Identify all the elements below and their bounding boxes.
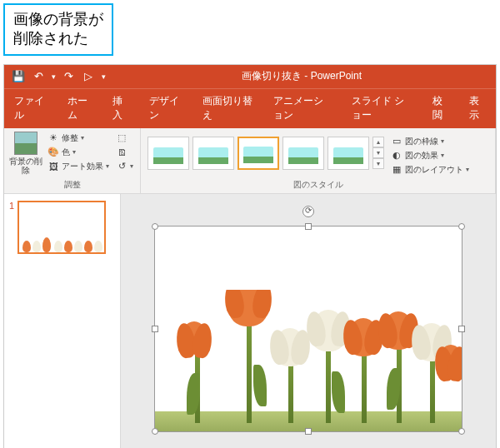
ribbon-group-picture-styles: ▴ ▾ ▾ ▭図の枠線▾ ◐図の効果▾ ▦図のレイアウト▾ 図のスタイル	[141, 128, 496, 193]
picture-effects-button[interactable]: ◐図の効果▾	[389, 149, 471, 162]
ribbon-tabs: ファイル ホーム 挿入 デザイン 画面切り替え アニメーション スライド ショー…	[4, 88, 496, 128]
chevron-down-icon: ▾	[106, 162, 109, 170]
redo-icon[interactable]: ↷	[59, 68, 78, 85]
color-button[interactable]: 🎨色▾	[46, 146, 111, 159]
picture-icon: 🖼	[48, 161, 59, 172]
style-item[interactable]	[148, 137, 189, 170]
resize-handle[interactable]	[152, 326, 158, 332]
thumbnail-image	[19, 227, 104, 252]
picture-border-button[interactable]: ▭図の枠線▾	[389, 135, 471, 148]
border-label: 図の枠線	[405, 136, 438, 147]
effects-icon: ◐	[391, 150, 402, 162]
slide-number: 1	[9, 201, 14, 254]
corrections-label: 修整	[62, 132, 78, 144]
content-area: 1	[4, 194, 496, 448]
resize-handle[interactable]	[305, 223, 312, 230]
effects-label: 図の効果	[405, 150, 438, 162]
tab-slideshow[interactable]: スライド ショー	[342, 89, 422, 128]
color-label: 色	[62, 147, 70, 158]
chevron-down-icon: ▾	[81, 134, 84, 142]
resize-handle[interactable]	[458, 326, 465, 332]
style-item[interactable]	[282, 137, 324, 170]
save-icon[interactable]: 💾	[9, 68, 28, 85]
change-picture-button[interactable]: 🖻	[114, 146, 135, 159]
tab-file[interactable]: ファイル	[4, 89, 58, 128]
quick-access-toolbar: 💾 ↶ ▾ ↷ ▷ ▾	[4, 68, 108, 85]
tab-home[interactable]: ホーム	[58, 89, 102, 128]
remove-background-label: 背景の削除	[9, 157, 42, 175]
annotation-callout: 画像の背景が 削除された	[3, 3, 113, 56]
resize-handle[interactable]	[305, 428, 312, 435]
adjust-group-label: 調整	[9, 177, 135, 193]
gallery-more-icon[interactable]: ▾	[372, 158, 384, 169]
remove-background-icon	[14, 132, 38, 155]
gallery-down-icon[interactable]: ▾	[372, 147, 384, 158]
style-item[interactable]	[238, 137, 279, 170]
annotation-line2: 削除された	[13, 30, 88, 47]
tulip-image	[155, 290, 462, 431]
slide-thumbnail[interactable]	[18, 201, 106, 254]
slide-panel: 1	[4, 194, 121, 448]
chevron-down-icon: ▾	[441, 137, 444, 145]
gallery-up-icon[interactable]: ▴	[372, 137, 384, 147]
image-selection[interactable]	[154, 226, 462, 432]
compress-button[interactable]: ⬚	[114, 132, 135, 145]
slide-thumbnail-wrap: 1	[9, 201, 115, 254]
resize-handle[interactable]	[152, 428, 158, 435]
corrections-button[interactable]: ☀修整▾	[46, 132, 111, 145]
tab-insert[interactable]: 挿入	[102, 89, 139, 128]
tab-review[interactable]: 校閲	[422, 89, 459, 128]
sun-icon: ☀	[48, 132, 59, 144]
style-item[interactable]	[192, 137, 234, 170]
resize-handle[interactable]	[458, 428, 465, 435]
ribbon: 背景の削除 ☀修整▾ 🎨色▾ 🖼アート効果▾ ⬚ 🖻 ↺▾ 調整	[4, 128, 496, 194]
tab-transitions[interactable]: 画面切り替え	[192, 89, 262, 128]
palette-icon: 🎨	[48, 147, 59, 158]
window-title: 画像切り抜き - PowerPoint	[108, 69, 496, 83]
artistic-label: アート効果	[62, 161, 103, 172]
ribbon-group-adjust: 背景の削除 ☀修整▾ 🎨色▾ 🖼アート効果▾ ⬚ 🖻 ↺▾ 調整	[4, 128, 141, 193]
artistic-effects-button[interactable]: 🖼アート効果▾	[46, 160, 111, 173]
gallery-scroll: ▴ ▾ ▾	[372, 137, 384, 169]
styles-group-label: 図のスタイル	[146, 177, 490, 193]
start-slideshow-icon[interactable]: ▷	[79, 68, 98, 85]
compress-icon: ⬚	[116, 132, 128, 144]
titlebar: 💾 ↶ ▾ ↷ ▷ ▾ 画像切り抜き - PowerPoint	[4, 65, 496, 88]
rotate-handle[interactable]	[302, 206, 314, 217]
layout-label: 図のレイアウト	[405, 164, 463, 176]
chevron-down-icon: ▾	[466, 166, 469, 173]
chevron-down-icon: ▾	[441, 152, 444, 159]
annotation-line1: 画像の背景が	[13, 11, 103, 27]
picture-styles-gallery: ▴ ▾ ▾	[146, 132, 386, 175]
resize-handle[interactable]	[152, 223, 158, 230]
chevron-down-icon: ▾	[72, 148, 76, 156]
tab-animations[interactable]: アニメーション	[263, 89, 342, 128]
undo-icon[interactable]: ↶	[29, 68, 48, 85]
tab-design[interactable]: デザイン	[139, 89, 192, 128]
picture-layout-button[interactable]: ▦図のレイアウト▾	[389, 163, 471, 177]
border-icon: ▭	[391, 136, 402, 147]
qat-customize-icon[interactable]: ▾	[99, 68, 108, 85]
tab-view[interactable]: 表示	[459, 89, 496, 128]
resize-handle[interactable]	[458, 223, 465, 230]
reset-icon: ↺	[116, 161, 128, 172]
layout-icon: ▦	[391, 164, 402, 176]
powerpoint-window: 💾 ↶ ▾ ↷ ▷ ▾ 画像切り抜き - PowerPoint ファイル ホーム…	[3, 64, 497, 448]
remove-background-button[interactable]: 背景の削除	[9, 132, 42, 175]
slide-editor[interactable]	[121, 194, 496, 448]
reset-picture-button[interactable]: ↺▾	[114, 160, 135, 173]
undo-dropdown-icon[interactable]: ▾	[49, 68, 58, 85]
chevron-down-icon: ▾	[130, 162, 133, 170]
style-item[interactable]	[328, 137, 369, 170]
change-picture-icon: 🖻	[116, 147, 128, 158]
